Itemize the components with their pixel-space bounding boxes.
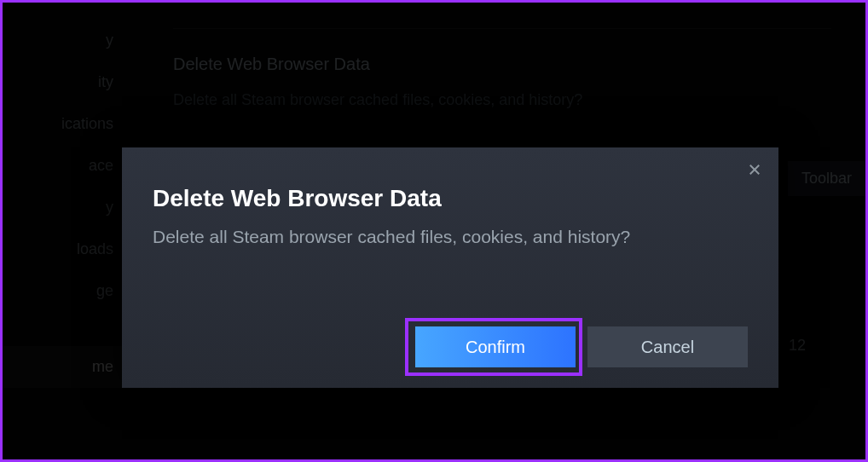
confirm-button[interactable]: Confirm bbox=[415, 326, 576, 367]
dialog-content: Delete Web Browser Data Delete all Steam… bbox=[122, 147, 778, 249]
dialog-description: Delete all Steam browser cached files, c… bbox=[153, 224, 748, 249]
delete-browser-data-dialog: Delete Web Browser Data Delete all Steam… bbox=[122, 147, 778, 388]
cancel-button[interactable]: Cancel bbox=[587, 326, 748, 367]
dialog-title: Delete Web Browser Data bbox=[153, 185, 748, 212]
close-button[interactable] bbox=[744, 161, 765, 182]
close-icon bbox=[747, 162, 762, 181]
dialog-button-row: Confirm Cancel bbox=[415, 326, 748, 367]
